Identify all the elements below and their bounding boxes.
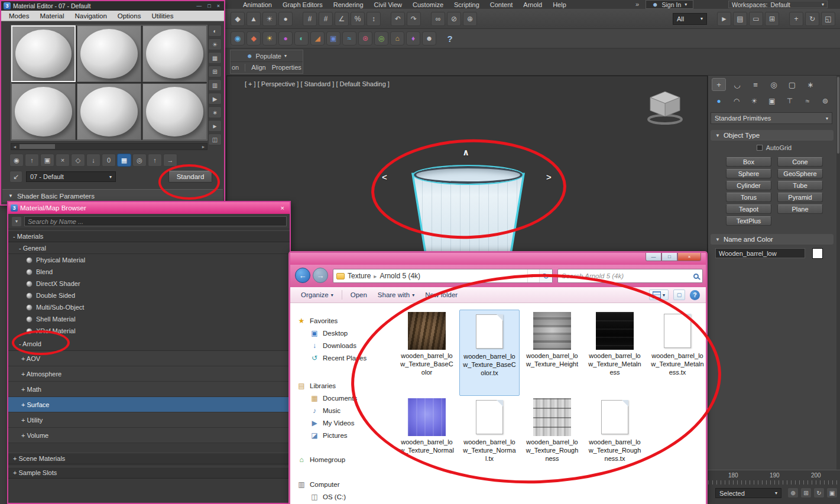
help-icon[interactable]: ?	[690, 290, 700, 300]
tree-item-utility[interactable]: + Utility	[8, 412, 290, 428]
select-by-name-icon[interactable]: ▤	[733, 12, 747, 26]
material-name-dropdown[interactable]: 07 - Default ▾	[26, 171, 116, 182]
make-unique-icon[interactable]: ◇	[71, 154, 85, 167]
go-to-sibling-icon[interactable]: →	[163, 154, 177, 167]
workspaces-dropdown[interactable]: Workspaces: Default ▾	[728, 1, 828, 8]
change-view-button[interactable]: ▾	[649, 290, 669, 300]
geosphere-button[interactable]: GeoSphere	[777, 169, 823, 178]
menu-customize[interactable]: Customize	[407, 1, 449, 8]
percent-snap-icon[interactable]: %	[351, 12, 365, 26]
properties-button[interactable]: Properties	[272, 64, 301, 71]
sidebar-libraries[interactable]: ▤Libraries	[291, 379, 392, 392]
teapot-button[interactable]: Teapot	[726, 204, 771, 214]
maximize-viewport-icon[interactable]: ▣	[826, 487, 838, 498]
tree-item-xref-material[interactable]: XRef Material	[8, 325, 290, 337]
tree-section-sample-slots[interactable]: + Sample Slots	[8, 467, 290, 479]
back-button[interactable]: ←	[295, 268, 310, 283]
preview-pane-button[interactable]: ▢	[673, 290, 685, 300]
tube-button[interactable]: Tube	[777, 181, 823, 190]
cone-primitive-icon[interactable]: ▲	[247, 12, 261, 26]
sidebar-my-videos[interactable]: ▶My Videos	[291, 417, 392, 429]
cameras-category-icon[interactable]: ▣	[766, 95, 778, 107]
gem-icon[interactable]: ◆	[247, 31, 261, 45]
organize-button[interactable]: Organize▾	[296, 290, 338, 300]
target-icon[interactable]: ◎	[374, 31, 388, 45]
sidebar-os-c[interactable]: ◫OS (C:)	[291, 490, 392, 503]
droplet-icon[interactable]: ◉	[231, 31, 245, 45]
menu-material[interactable]: Material	[35, 12, 70, 19]
tree-item-multi-sub-object[interactable]: Multi/Sub-Object	[8, 301, 290, 313]
selection-set-dropdown[interactable]: Selected ▾	[715, 488, 781, 498]
video-color-check-icon[interactable]: ▥	[208, 79, 222, 91]
object-type-rollout[interactable]: ▼ Object Type	[711, 130, 833, 141]
put-to-library-icon[interactable]: ↓	[86, 154, 100, 167]
material-type-button[interactable]: Standard	[168, 171, 212, 183]
help-icon[interactable]: ?	[444, 32, 456, 45]
ramp-icon[interactable]: ◢	[310, 31, 325, 45]
undo-icon[interactable]: ↶	[391, 12, 405, 26]
material-editor-titlebar[interactable]: 3 Material Editor - 07 - Default — □ ×	[1, 1, 224, 11]
half-sphere-icon[interactable]: ◐	[294, 31, 309, 45]
close-button[interactable]: ×	[677, 253, 701, 261]
file-roughness-tx[interactable]: wooden_barrel_low_Texture_Roughness.tx	[585, 396, 645, 482]
panel-scrollbar[interactable]	[836, 76, 840, 470]
search-options-icon[interactable]: ▾	[11, 216, 22, 227]
autogrid-checkbox[interactable]: AutoGrid	[708, 144, 840, 151]
sidebar-documents[interactable]: ▦Documents	[291, 392, 392, 404]
zoom-icon[interactable]: ⊕	[787, 487, 799, 498]
burst-icon[interactable]: ⊛	[358, 31, 372, 45]
object-color-swatch[interactable]	[812, 248, 823, 259]
file-normal[interactable]: wooden_barrel_low_Texture_Normal	[397, 396, 457, 482]
scrollbar-thumb[interactable]	[20, 144, 55, 149]
diamond-icon[interactable]: ♦	[406, 31, 420, 45]
material-slot-active[interactable]	[11, 25, 76, 82]
object-name-field[interactable]	[715, 248, 805, 258]
show-map-in-viewport-icon[interactable]: ▦	[117, 154, 131, 167]
tree-group-general[interactable]: - General	[8, 242, 290, 254]
pyramid-button[interactable]: Pyramid	[777, 193, 823, 202]
menu-options[interactable]: Options	[112, 12, 147, 19]
show-end-result-icon[interactable]: ◎	[132, 154, 147, 167]
minimize-button[interactable]: —	[646, 253, 661, 261]
unlink-selection-icon[interactable]: ⊘	[447, 12, 461, 26]
light-tool-icon[interactable]: ☀	[262, 12, 277, 26]
display-tab-icon[interactable]: ▢	[785, 78, 799, 91]
spacewarps-category-icon[interactable]: ≈	[802, 95, 813, 107]
sidebar-downloads[interactable]: ↓Downloads	[291, 339, 392, 352]
viewcube[interactable]	[644, 88, 686, 125]
polygon-modeling-icon[interactable]: ◆	[231, 12, 245, 26]
tree-item-double-sided[interactable]: Double Sided	[8, 290, 290, 301]
menu-animation[interactable]: Animation	[238, 1, 277, 8]
sun-icon[interactable]: ☀	[262, 31, 277, 45]
rectangular-selection-icon[interactable]: ▭	[749, 12, 763, 26]
slots-scrollbar[interactable]: ◄ ►	[11, 143, 207, 150]
geometry-category-icon[interactable]: ●	[713, 95, 725, 107]
put-material-icon[interactable]: ↑	[25, 154, 39, 167]
viewport-label[interactable]: [ + ] [ Perspective ] [ Standard ] [ Def…	[245, 80, 390, 87]
cylinder-button[interactable]: Cylinder	[726, 181, 771, 190]
get-material-icon[interactable]: ◉	[9, 154, 24, 167]
file-basecolor[interactable]: wooden_barrel_low_Texture_BaseColor	[397, 310, 457, 396]
search-by-name-input[interactable]	[24, 216, 287, 226]
assign-material-icon[interactable]: ▣	[40, 154, 54, 167]
lights-category-icon[interactable]: ☀	[748, 95, 760, 107]
maximize-button[interactable]: □	[661, 253, 677, 261]
hierarchy-tab-icon[interactable]: ≡	[748, 78, 763, 91]
snap-toggle-3d-icon[interactable]: #	[303, 12, 317, 26]
helpers-category-icon[interactable]: ⊤	[784, 95, 796, 107]
material-id-icon[interactable]: 0	[102, 154, 116, 167]
scroll-left-icon[interactable]: ◄	[11, 145, 18, 149]
waves-icon[interactable]: ≈	[342, 31, 356, 45]
face-icon[interactable]: ☻	[422, 31, 436, 45]
sidebar-favorites[interactable]: ★Favorites	[291, 314, 392, 327]
window-crossing-icon[interactable]: ⊞	[765, 12, 779, 26]
select-and-scale-icon[interactable]: ◱	[821, 12, 835, 26]
sidebar-desktop[interactable]: ▣Desktop	[291, 327, 392, 339]
material-slot[interactable]	[77, 25, 141, 82]
address-dropdown-icon[interactable]: ▾	[527, 269, 536, 282]
tree-item-directx-shader[interactable]: DirectX Shader	[8, 278, 290, 290]
select-and-link-icon[interactable]: ∞	[431, 12, 445, 26]
shapes-category-icon[interactable]: ◠	[731, 95, 742, 107]
select-and-rotate-icon[interactable]: ↻	[805, 12, 819, 26]
shader-params-rollout[interactable]: ▼ Shader Basic Parameters	[2, 189, 223, 202]
